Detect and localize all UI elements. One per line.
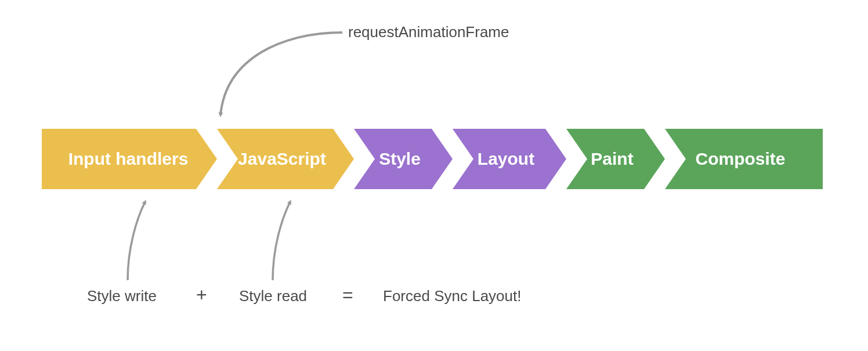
- pipeline-stage-style: Style: [354, 129, 453, 189]
- style-read-label: Style read: [239, 287, 307, 305]
- style-write-label: Style write: [87, 287, 157, 305]
- equals-operator: =: [342, 284, 353, 306]
- style-write-arrow-icon: [116, 196, 186, 283]
- plus-operator: +: [196, 284, 207, 306]
- top-annotation-label: requestAnimationFrame: [348, 23, 509, 41]
- stage-label: Paint: [591, 149, 633, 169]
- style-read-arrow-icon: [261, 196, 331, 283]
- pipeline-stage-javascript: JavaScript: [217, 129, 354, 189]
- raf-arrow-icon: [203, 28, 354, 124]
- stage-label: JavaScript: [238, 149, 326, 169]
- stage-label: Input handlers: [68, 149, 189, 169]
- forced-sync-layout-label: Forced Sync Layout!: [383, 287, 521, 305]
- pipeline-stage-input-handlers: Input handlers: [42, 129, 217, 189]
- stage-label: Style: [379, 149, 421, 169]
- pipeline-stage-paint: Paint: [566, 129, 665, 189]
- stage-label: Layout: [478, 149, 534, 169]
- pipeline-stage-composite: Composite: [665, 129, 823, 189]
- pipeline-stage-layout: Layout: [453, 129, 566, 189]
- pipeline-diagram: requestAnimationFrame Input handlers Jav…: [0, 0, 868, 351]
- stage-label: Composite: [695, 149, 785, 169]
